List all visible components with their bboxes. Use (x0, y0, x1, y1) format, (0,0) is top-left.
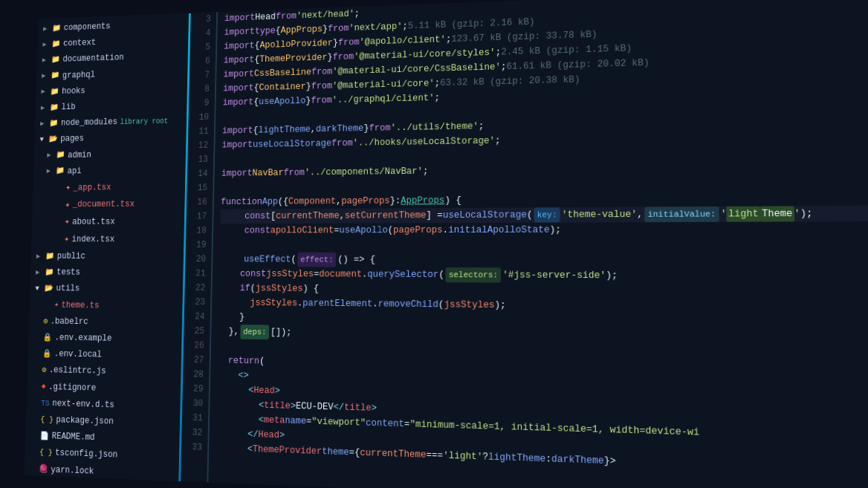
chevron-right-icon: ▶ (47, 150, 55, 161)
folder-icon: 📁 (45, 250, 55, 263)
tree-label: yarn.lock (51, 463, 94, 478)
tree-item-admin[interactable]: ▶ 📁 admin (34, 146, 186, 164)
file-js-icon: ⚙ (42, 365, 46, 377)
tree-label: graphql (62, 68, 96, 82)
code-line-17: const [currentTheme, setCurrentTheme] = … (221, 206, 868, 224)
folder-icon: 📁 (45, 267, 54, 279)
tree-label: next-env.d.ts (52, 397, 114, 412)
folder-special-icon: 📁 (49, 117, 59, 130)
file-tsx-icon: ✦ (64, 232, 69, 247)
tree-item-babelrc[interactable]: ▶ ⚙ .babelrc (29, 313, 182, 332)
code-line-19 (220, 237, 868, 253)
line-num-20: 20 (185, 253, 206, 267)
tree-label: hooks (62, 85, 85, 99)
line-num-13: 13 (187, 152, 208, 166)
line-num-29: 29 (183, 382, 204, 397)
folder-icon: 📁 (51, 70, 60, 82)
line-num-9: 9 (189, 96, 210, 111)
folder-icon: 📁 (56, 149, 65, 162)
line-num-15: 15 (187, 181, 207, 195)
tree-label: .babelrc (50, 315, 88, 329)
chevron-right-icon: ▶ (43, 24, 51, 35)
line-num-24: 24 (184, 310, 205, 325)
line-num-33: 33 (181, 440, 202, 455)
tree-label: .gitignore (48, 380, 97, 395)
file-env-icon: 🔒 (42, 332, 52, 345)
chevron-right-icon: ▶ (41, 103, 49, 114)
chevron-right-icon: ▶ (42, 71, 50, 82)
folder-icon: 📁 (51, 39, 61, 51)
file-tsx-icon: ✦ (65, 181, 71, 196)
line-num-25: 25 (184, 324, 204, 339)
ide-window: ▶ 📁 components ▶ 📁 context ▶ 📁 documenta… (25, 0, 868, 488)
line-num-30: 30 (182, 396, 203, 411)
line-num-23: 23 (184, 295, 205, 310)
line-num-7: 7 (190, 68, 210, 83)
line-num-6: 6 (190, 54, 210, 69)
file-yarn-icon: 🧶 (39, 463, 48, 476)
line-num-14: 14 (187, 167, 208, 181)
code-editor[interactable]: import Head from 'next/head'; import typ… (208, 0, 868, 488)
folder-icon: 📁 (56, 166, 65, 178)
tree-label: tsconfig.json (55, 446, 117, 463)
line-num-3: 3 (190, 12, 211, 27)
tree-label: admin (68, 149, 91, 162)
tree-item-tests[interactable]: ▶ 📁 tests (30, 264, 184, 282)
tree-label: api (67, 165, 81, 178)
folder-icon: 📁 (51, 54, 61, 67)
file-tsx-icon: ✦ (65, 198, 70, 213)
line-num-26: 26 (184, 338, 204, 353)
tree-label: _document.tsx (73, 198, 135, 212)
chevron-down-icon: ▼ (35, 284, 43, 295)
file-json-icon: { } (40, 414, 54, 426)
tree-label: package.json (56, 414, 114, 429)
line-num-32: 32 (181, 425, 202, 440)
tree-label: node_modules (61, 116, 117, 130)
chevron-right-icon: ▶ (40, 118, 48, 129)
file-json-icon: { } (39, 446, 53, 460)
line-num-11: 11 (188, 124, 209, 138)
tree-label: about.tsx (72, 215, 115, 229)
line-num-5: 5 (190, 40, 211, 55)
tree-label: _app.tsx (73, 181, 111, 195)
tree-item-about-tsx[interactable]: ▶ ✦ about.tsx (32, 213, 184, 231)
tree-label: .env.local (54, 348, 102, 362)
tree-item-public[interactable]: ▶ 📁 public (31, 249, 184, 265)
chevron-right-icon: ▶ (41, 87, 49, 98)
line-num-12: 12 (188, 138, 209, 152)
tree-item-theme-ts[interactable]: ▶ ✦ theme.ts (30, 297, 183, 315)
tree-label: README.md (51, 430, 94, 445)
line-num-18: 18 (186, 224, 207, 238)
tree-item-index-tsx[interactable]: ▶ ✦ index.tsx (31, 231, 184, 249)
tree-label: utils (56, 282, 80, 296)
tree-label: public (57, 250, 86, 264)
code-line-18: const apolloClient = useApollo(pageProps… (220, 221, 868, 238)
line-num-10: 10 (189, 110, 210, 125)
chevron-right-icon: ▶ (46, 166, 54, 178)
tree-item-app-tsx[interactable]: ▶ ✦ _app.tsx (33, 178, 185, 197)
chevron-right-icon: ▶ (36, 251, 45, 262)
tree-label: components (63, 20, 110, 35)
tree-item-document-tsx[interactable]: ▶ ✦ _document.tsx (33, 196, 185, 215)
chevron-right-icon: ▶ (42, 55, 51, 66)
file-md-icon: 📄 (40, 430, 50, 443)
folder-icon: 📁 (50, 86, 59, 99)
line-num-27: 27 (183, 353, 204, 368)
tree-label: .eslintrc.js (49, 364, 106, 379)
library-root-badge: library root (120, 116, 168, 128)
tree-item-utils[interactable]: ▼ 📂 utils (30, 281, 183, 299)
tree-label: documentation (62, 51, 124, 66)
file-rc-icon: ⚙ (43, 316, 48, 328)
file-tree: ▶ 📁 components ▶ 📁 context ▶ 📁 documenta… (25, 13, 189, 481)
line-num-17: 17 (187, 209, 207, 224)
folder-icon: 📁 (50, 102, 59, 114)
line-num-28: 28 (183, 367, 204, 382)
chevron-right-icon: ▶ (36, 267, 44, 279)
tree-label: tests (56, 266, 80, 279)
tree-label: lib (61, 101, 75, 114)
folder-open-icon: 📂 (44, 283, 54, 296)
tree-item-api[interactable]: ▶ 📁 api (33, 162, 186, 180)
line-num-4: 4 (190, 26, 211, 41)
line-num-22: 22 (185, 281, 206, 296)
file-git-icon: ◆ (42, 381, 46, 394)
